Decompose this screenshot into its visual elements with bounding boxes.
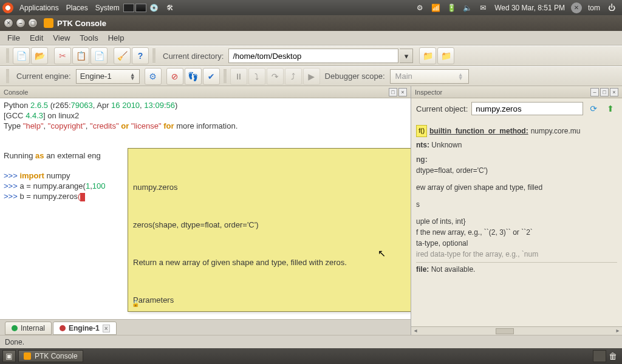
insp-p2d: ired data-type for the array, e.g., `num [416, 249, 617, 260]
mouse-cursor-icon: ↖ [378, 249, 386, 258]
scroll-thumb[interactable] [496, 328, 514, 334]
engine-status-icon [12, 325, 18, 331]
engine-stop-button[interactable]: ⊘ [166, 68, 183, 85]
engine-debug-button[interactable]: 👣 [185, 68, 202, 85]
tab-internal[interactable]: Internal [5, 322, 52, 335]
console-pane-header: Console □ × [0, 86, 411, 98]
menu-view[interactable]: View [48, 32, 75, 44]
engine-combo[interactable]: Engine-1 ▲▼ [76, 69, 140, 84]
inspector-body: f() builtin_function_or_method: numpy.co… [411, 119, 622, 326]
insp-nts-value: Unknown [431, 141, 462, 149]
current-engine-label: Current engine: [13, 72, 75, 81]
pane-max-button[interactable]: □ [600, 88, 609, 96]
inspector-pane-title: Inspector [415, 89, 442, 96]
dir-history-button[interactable]: ▾ [400, 49, 413, 63]
terminal-icon[interactable] [135, 4, 146, 12]
wrench-icon[interactable]: 🛠 [165, 2, 176, 13]
insp-p2: ta-type, optional [416, 238, 617, 249]
toolbar-grip-3[interactable] [6, 69, 9, 84]
window-titlebar[interactable]: ✕ – ▢ PTK Console [0, 15, 622, 31]
inspector-type-value: numpy.core.mu [531, 126, 581, 136]
scroll-right-icon[interactable]: ▸ [613, 327, 622, 334]
dbg-pause-button[interactable]: ⏸ [230, 68, 247, 85]
scope-combo-value: Main [395, 72, 412, 81]
console-pane: Console □ × Python 2.6.5 (r265:79063, Ap… [0, 86, 411, 335]
parent-dir-button[interactable]: 📁 [437, 47, 454, 64]
user-name[interactable]: tom [584, 4, 604, 12]
dbg-stepout-button[interactable]: ⤴ [285, 68, 302, 85]
pane-close-button[interactable]: × [398, 88, 407, 96]
power-icon[interactable]: ⏻ [606, 2, 617, 13]
window-maximize-button[interactable]: ▢ [28, 18, 38, 28]
clock[interactable]: Wed 30 Mar, 8:51 PM [491, 4, 569, 12]
dbg-stepover-button[interactable]: ↷ [267, 68, 284, 85]
show-desktop-button[interactable]: ▣ [2, 350, 16, 362]
help-button[interactable]: ? [132, 47, 149, 64]
window-close-button[interactable]: ✕ [4, 18, 13, 28]
cut-button[interactable]: ✂ [54, 47, 71, 64]
current-dir-input[interactable] [228, 49, 398, 63]
task-app-icon [24, 352, 31, 360]
tray-launchers [123, 4, 146, 12]
tab-engine1[interactable]: Engine-1 × [53, 322, 117, 335]
clear-button[interactable]: 🧹 [114, 47, 131, 64]
new-button[interactable]: 📄 [13, 47, 30, 64]
scroll-left-icon[interactable]: ◂ [411, 327, 420, 334]
inspector-hscrollbar[interactable]: ◂ ▸ [411, 326, 622, 335]
content-split: Console □ × Python 2.6.5 (r265:79063, Ap… [0, 86, 622, 335]
places-menu[interactable]: Places [63, 4, 92, 12]
browse-dir-button[interactable]: 📁 [419, 47, 436, 64]
pane-maximize-button[interactable]: □ [389, 88, 397, 96]
current-object-input[interactable] [471, 102, 583, 115]
volume-icon[interactable]: 🔈 [462, 2, 473, 13]
menu-tools[interactable]: Tools [75, 32, 103, 44]
gnome-top-panel: Applications Places System 💿 🛠 ⚙ 📶 🔋 🔈 ✉… [0, 0, 622, 15]
window-minimize-button[interactable]: – [16, 18, 26, 28]
copy-button[interactable]: 📋 [72, 47, 89, 64]
ubuntu-logo-icon[interactable] [2, 2, 13, 13]
menu-help[interactable]: Help [103, 32, 129, 44]
bluetooth-icon[interactable]: ⚙ [414, 2, 425, 13]
combo-chevrons-icon: ▲▼ [130, 73, 135, 80]
battery-icon[interactable]: 🔋 [446, 2, 457, 13]
apps-menu[interactable]: Applications [16, 4, 63, 12]
open-button[interactable]: 📂 [31, 47, 48, 64]
tab-internal-label: Internal [21, 324, 45, 332]
engine-run-button[interactable]: ✔ [203, 68, 220, 85]
menu-file[interactable]: File [2, 32, 25, 44]
insp-sig-tail: dtype=float, order='C') [416, 165, 617, 176]
pane-close-button[interactable]: × [610, 88, 618, 96]
dbg-continue-button[interactable]: ▶ [303, 68, 320, 85]
system-menu[interactable]: System [92, 4, 123, 12]
toolbar-grip-4[interactable] [224, 69, 227, 84]
trash-icon[interactable]: 🗑 [609, 351, 617, 361]
status-bar: Done. [0, 335, 622, 348]
wifi-icon[interactable]: 📶 [430, 2, 441, 13]
user-switch-icon[interactable]: ✕ [571, 2, 582, 13]
dbg-stepin-button[interactable]: ⤵ [248, 68, 265, 85]
taskbar-item-ptk[interactable]: PTK Console [18, 350, 83, 362]
scope-combo: Main ▲▼ [390, 69, 469, 84]
tab-close-button[interactable]: × [103, 325, 110, 332]
engine-settings-button[interactable]: ⚙ [145, 68, 162, 85]
insp-p1: uple of ints, int} [416, 216, 617, 227]
paste-button[interactable]: 📄 [91, 47, 108, 64]
disc-icon[interactable]: 💿 [149, 2, 160, 13]
system-monitor-icon[interactable] [123, 4, 134, 12]
toolbar-grip-2[interactable] [152, 49, 156, 63]
inspector-up-button[interactable]: ⬆ [604, 102, 617, 115]
pane-min-button[interactable]: – [590, 88, 599, 96]
console-output[interactable]: Python 2.6.5 (r265:79063, Apr 16 2010, 1… [0, 98, 411, 319]
workspace-switcher[interactable] [593, 350, 606, 362]
inspector-type-row: f() builtin_function_or_method: numpy.co… [416, 123, 617, 140]
tooltip-pin-icon[interactable]: 🔓 [132, 299, 139, 309]
insp-file-value: Not available. [431, 265, 476, 274]
toolbar-engine: Current engine: Engine-1 ▲▼ ⚙ ⊘ 👣 ✔ ⏸ ⤵ … [0, 66, 622, 86]
mail-icon[interactable]: ✉ [477, 2, 488, 13]
toolbar-grip[interactable] [6, 49, 9, 63]
menu-edit[interactable]: Edit [25, 32, 48, 44]
insp-p1d: f the new array, e.g., ``(2, 3)`` or ``2… [416, 227, 617, 238]
menubar: File Edit View Tools Help [0, 31, 622, 46]
inspector-refresh-button[interactable]: ⟳ [587, 102, 600, 115]
inspector-pane-header: Inspector – □ × [411, 86, 622, 98]
